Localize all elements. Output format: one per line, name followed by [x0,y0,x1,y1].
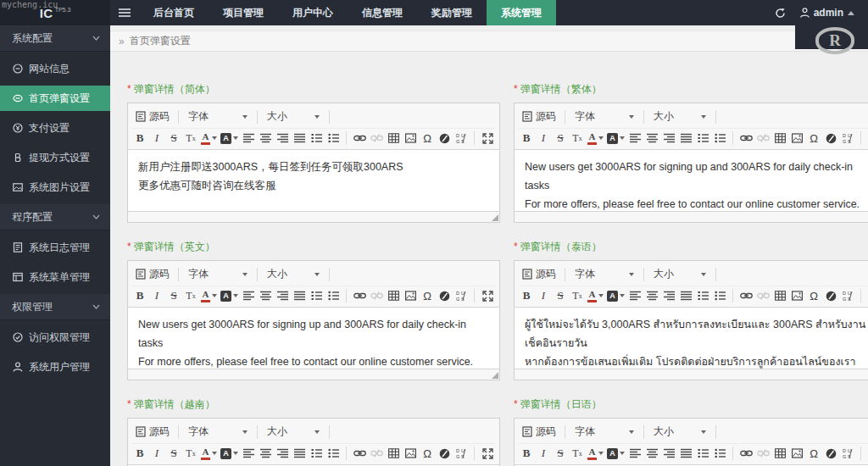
nav-item-home[interactable]: 后台首页 [139,0,209,25]
image-button[interactable] [788,446,805,462]
unlink-button[interactable] [368,130,385,147]
nav-item-user-center[interactable]: 用户中心 [278,0,348,25]
link-button[interactable] [737,288,754,304]
special-char-button[interactable]: Ω [805,446,822,462]
ordered-list-button[interactable] [308,288,325,304]
justify-button[interactable] [291,288,308,304]
image-button[interactable] [402,130,419,147]
align-right-button[interactable] [660,446,677,462]
bold-button[interactable]: B [131,130,148,147]
align-center-button[interactable] [257,130,274,147]
sidebar-item-popup-settings[interactable]: 首页弹窗设置 [0,86,110,111]
size-combo[interactable]: 大小 [648,108,711,125]
text-color-button[interactable]: A [199,130,219,147]
align-right-button[interactable] [660,130,677,147]
special-char-button[interactable]: Ω [419,130,436,147]
link-button[interactable] [351,130,368,147]
sidebar-group-permissions[interactable]: 权限管理 [0,294,110,320]
size-combo[interactable]: 大小 [648,266,711,283]
unordered-list-button[interactable] [325,446,342,462]
resize-handle[interactable] [492,214,498,221]
sidebar-item-payment-settings[interactable]: 支付设置 [0,115,110,141]
align-center-button[interactable] [257,288,274,304]
source-button[interactable]: 源码 [131,108,174,125]
sidebar-item-access-permissions[interactable]: 访问权限管理 [0,325,110,350]
source-button[interactable]: 源码 [518,266,560,282]
remove-format-button[interactable]: Tx [182,288,199,304]
bold-button[interactable]: B [518,130,535,147]
image-button[interactable] [402,288,419,304]
glyph-table-button[interactable]: DUGS [839,288,856,304]
bold-button[interactable]: B [131,288,148,304]
editor-content-area[interactable]: New users get 3000ARS for signing up and… [128,308,499,369]
text-color-button[interactable]: A [586,130,605,147]
source-button[interactable]: 源码 [131,266,174,282]
bold-button[interactable]: B [518,288,535,304]
align-left-button[interactable] [626,446,643,462]
link-button[interactable] [737,446,754,462]
strikethrough-button[interactable]: S [165,446,182,462]
align-center-button[interactable] [257,446,274,462]
source-button[interactable]: 源码 [131,424,174,440]
image-button[interactable] [788,130,805,147]
strikethrough-button[interactable]: S [552,446,569,462]
maximize-button[interactable] [479,288,496,304]
table-button[interactable] [771,288,788,304]
image-button[interactable] [402,446,419,462]
ordered-list-button[interactable] [308,130,325,147]
nav-item-projects[interactable]: 项目管理 [209,0,278,25]
nav-item-rewards[interactable]: 奖励管理 [417,0,487,25]
about-editor-button[interactable] [822,288,839,304]
align-right-button[interactable] [274,130,291,147]
align-left-button[interactable] [626,288,643,304]
unlink-button[interactable] [754,446,771,462]
table-button[interactable] [385,446,402,462]
align-right-button[interactable] [274,288,291,304]
bg-color-button[interactable]: A [605,288,626,304]
maximize-button[interactable] [479,130,496,147]
text-color-button[interactable]: A [199,288,219,304]
align-center-button[interactable] [643,288,660,304]
special-char-button[interactable]: Ω [805,288,822,304]
bold-button[interactable]: B [518,446,535,462]
link-button[interactable] [351,288,368,304]
size-combo[interactable]: 大小 [262,266,325,283]
remove-format-button[interactable]: Tx [182,130,199,147]
editor-content-area[interactable]: ผู้ใช้ใหม่จะได้รับ 3,000ARS สำหรับการลงท… [515,308,868,369]
italic-button[interactable]: I [148,130,165,147]
about-editor-button[interactable] [822,130,839,147]
font-combo[interactable]: 字体 [570,266,639,283]
size-combo[interactable]: 大小 [648,424,711,441]
unordered-list-button[interactable] [711,446,728,462]
special-char-button[interactable]: Ω [419,446,436,462]
source-button[interactable]: 源码 [518,424,560,440]
justify-button[interactable] [291,130,308,147]
font-combo[interactable]: 字体 [183,424,253,441]
sidebar-group-program-config[interactable]: 程序配置 [0,204,110,230]
sidebar-item-log-management[interactable]: 系统日志管理 [0,235,110,260]
size-combo[interactable]: 大小 [262,424,325,441]
unordered-list-button[interactable] [711,130,728,147]
resize-handle[interactable] [492,372,498,379]
bg-color-button[interactable]: A [219,288,240,304]
editor-content-area[interactable]: 新用户注册即送3000ARS，每日签到任务可领取300ARS 更多优惠可随时咨询… [128,150,499,211]
strikethrough-button[interactable]: S [165,288,182,304]
bg-color-button[interactable]: A [219,130,240,147]
italic-button[interactable]: I [535,446,552,462]
italic-button[interactable]: I [535,130,552,147]
user-menu[interactable]: admin [795,0,868,25]
remove-format-button[interactable]: Tx [182,446,199,462]
ordered-list-button[interactable] [694,288,711,304]
unlink-button[interactable] [368,288,385,304]
font-combo[interactable]: 字体 [570,108,639,125]
special-char-button[interactable]: Ω [805,130,822,147]
sidebar-toggle-button[interactable] [110,0,139,25]
justify-button[interactable] [677,130,694,147]
sidebar-group-system-config[interactable]: 系统配置 [0,25,110,52]
sidebar-item-image-settings[interactable]: 系统图片设置 [0,175,110,200]
special-char-button[interactable]: Ω [419,288,436,304]
bold-button[interactable]: B [131,446,148,462]
ordered-list-button[interactable] [694,446,711,462]
maximize-button[interactable] [479,446,496,462]
justify-button[interactable] [677,288,694,304]
